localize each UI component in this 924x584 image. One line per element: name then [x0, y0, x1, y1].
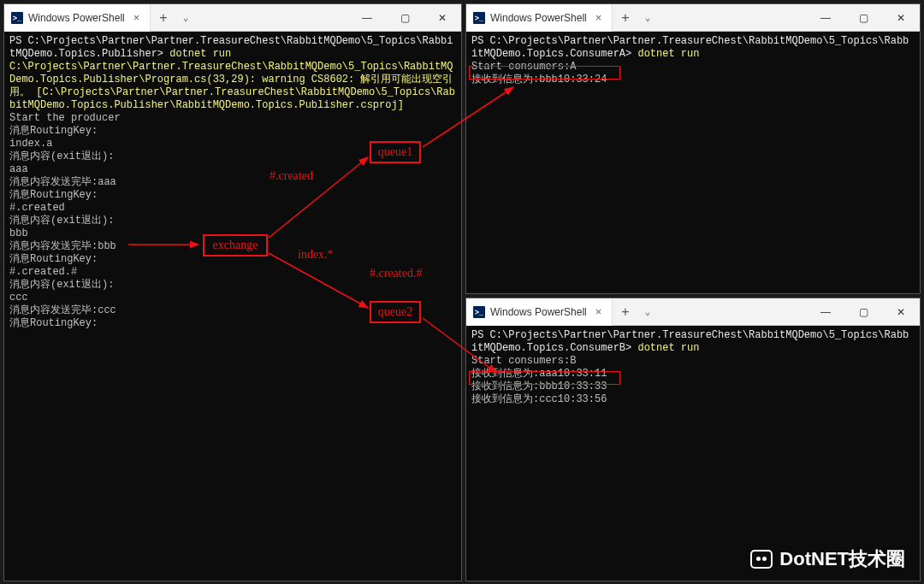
new-tab-button[interactable]: + — [613, 10, 637, 26]
minimize-button[interactable]: — — [807, 298, 844, 325]
window-controls: — ▢ ✕ — [348, 4, 461, 31]
close-tab-icon[interactable]: × — [592, 305, 606, 318]
tab-title: Windows PowerShell — [490, 12, 587, 24]
maximize-button[interactable]: ▢ — [844, 4, 882, 31]
tab-dropdown-icon[interactable]: ⌄ — [176, 12, 196, 23]
close-tab-icon[interactable]: × — [130, 11, 144, 24]
window-controls: — ▢ ✕ — [807, 298, 920, 325]
terminal-output[interactable]: PS C:\Projects\Partner\Partner.TreasureC… — [4, 32, 461, 581]
tab-title: Windows PowerShell — [490, 306, 587, 318]
close-button[interactable]: ✕ — [882, 298, 920, 325]
new-tab-button[interactable]: + — [151, 10, 175, 26]
minimize-button[interactable]: — — [348, 4, 386, 31]
powershell-icon: >_ — [473, 12, 485, 24]
tab-powershell[interactable]: >_ Windows PowerShell × — [466, 298, 613, 326]
tab-title: Windows PowerShell — [28, 12, 125, 24]
tab-dropdown-icon[interactable]: ⌄ — [638, 306, 658, 317]
tab-dropdown-icon[interactable]: ⌄ — [638, 12, 658, 23]
window-controls: — ▢ ✕ — [807, 4, 920, 31]
close-button[interactable]: ✕ — [882, 4, 920, 31]
maximize-button[interactable]: ▢ — [386, 4, 424, 31]
titlebar: >_ Windows PowerShell × + ⌄ — ▢ ✕ — [466, 4, 920, 32]
titlebar: >_ Windows PowerShell × + ⌄ — ▢ ✕ — [4, 4, 461, 32]
powershell-icon: >_ — [473, 306, 485, 318]
tab-powershell[interactable]: >_ Windows PowerShell × — [466, 4, 613, 32]
terminal-output[interactable]: PS C:\Projects\Partner\Partner.TreasureC… — [466, 326, 920, 581]
maximize-button[interactable]: ▢ — [844, 298, 882, 325]
powershell-icon: >_ — [11, 12, 23, 24]
new-tab-button[interactable]: + — [613, 304, 637, 320]
terminal-output[interactable]: PS C:\Projects\Partner\Partner.TreasureC… — [466, 32, 920, 293]
powershell-window-consumer-a: >_ Windows PowerShell × + ⌄ — ▢ ✕ PS C:\… — [465, 3, 921, 294]
close-tab-icon[interactable]: × — [592, 11, 606, 24]
minimize-button[interactable]: — — [807, 4, 844, 31]
close-button[interactable]: ✕ — [424, 4, 461, 31]
powershell-window-consumer-b: >_ Windows PowerShell × + ⌄ — ▢ ✕ PS C:\… — [465, 298, 921, 581]
powershell-window-publisher: >_ Windows PowerShell × + ⌄ — ▢ ✕ PS C:\… — [3, 3, 462, 581]
tab-powershell[interactable]: >_ Windows PowerShell × — [4, 4, 151, 32]
titlebar: >_ Windows PowerShell × + ⌄ — ▢ ✕ — [466, 298, 920, 326]
